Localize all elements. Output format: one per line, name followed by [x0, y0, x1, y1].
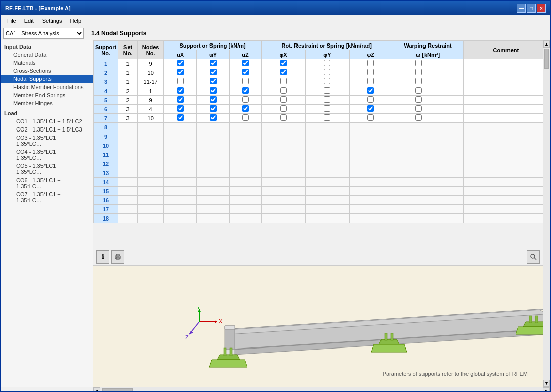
sidebar-load-co5[interactable]: CO5 - 1.35*LC1 + 1.35*LC…: [1, 162, 93, 176]
cell-checkbox[interactable]: [324, 60, 330, 66]
sidebar-item-materials[interactable]: Materials: [1, 59, 93, 67]
cell-checkbox[interactable]: [242, 69, 249, 75]
menu-edit[interactable]: Edit: [20, 17, 38, 25]
table-area[interactable]: SupportNo. SetNo. NodesNo. Support or Sp…: [93, 40, 543, 248]
cell-checkbox[interactable]: [415, 60, 422, 66]
menu-file[interactable]: File: [3, 17, 20, 25]
cell-checkbox[interactable]: [242, 87, 249, 94]
cell-checkbox[interactable]: [280, 96, 287, 103]
cell-checkbox[interactable]: [415, 78, 422, 84]
cell-checkbox[interactable]: [367, 78, 374, 84]
cell-checkbox[interactable]: [210, 60, 217, 66]
cell-checkbox[interactable]: [324, 105, 330, 112]
cell-checkbox[interactable]: [280, 87, 287, 94]
vertical-scrollbar[interactable]: ▲ ▼: [543, 40, 550, 387]
menu-help[interactable]: Help: [66, 17, 86, 25]
cell-checkbox[interactable]: [367, 87, 374, 94]
horizontal-scrollbar[interactable]: ◄ ►: [1, 387, 550, 392]
col-ux-header: uX: [164, 50, 197, 59]
sidebar-load-co1[interactable]: CO1 - 1.35*LC1 + 1.5*LC2: [1, 117, 93, 125]
sidebar-load-co3[interactable]: CO3 - 1.35*LC1 + 1.35*LC…: [1, 134, 93, 148]
close-button[interactable]: ×: [537, 4, 546, 13]
cell-checkbox[interactable]: [177, 87, 184, 94]
cell-checkbox[interactable]: [242, 96, 249, 103]
svg-rect-28: [385, 333, 387, 340]
cell-checkbox[interactable]: [324, 69, 330, 75]
sidebar-load: Load: [1, 109, 93, 117]
scroll-down-button[interactable]: ▼: [543, 380, 550, 387]
cell-checkbox[interactable]: [210, 96, 217, 103]
cell-checkbox[interactable]: [324, 114, 330, 121]
sidebar-item-member-end-springs[interactable]: Member End Springs: [1, 91, 93, 99]
sidebar-input-data: Input Data: [1, 42, 93, 51]
sidebar-load-co2[interactable]: CO2 - 1.35*LC1 + 1.5*LC3: [1, 125, 93, 134]
cell-checkbox[interactable]: [210, 114, 217, 121]
cell-checkbox[interactable]: [177, 105, 184, 112]
cell-checkbox[interactable]: [177, 114, 184, 121]
print-button[interactable]: [111, 250, 124, 264]
scroll-up-button[interactable]: ▲: [543, 40, 550, 48]
toolbar-row: ℹ: [93, 248, 543, 266]
cell-checkbox[interactable]: [324, 96, 330, 103]
sidebar: Input Data General Data Materials Cross-…: [1, 40, 93, 387]
section-header: 1.4 Nodal Supports: [91, 30, 146, 37]
cell-checkbox[interactable]: [280, 78, 287, 84]
cell-checkbox[interactable]: [210, 87, 217, 94]
svg-rect-33: [535, 316, 538, 323]
cell-checkbox[interactable]: [367, 96, 374, 103]
cell-checkbox[interactable]: [324, 87, 330, 94]
cell-checkbox[interactable]: [415, 87, 422, 94]
col-phiz-header: φZ: [349, 50, 392, 59]
cell-checkbox[interactable]: [415, 69, 422, 75]
table-row-empty: 8: [94, 123, 543, 132]
scroll-right-button[interactable]: ►: [543, 387, 550, 392]
col-phix-header: φX: [262, 50, 306, 59]
info-button[interactable]: ℹ: [96, 250, 109, 264]
sidebar-load-co4[interactable]: CO4 - 1.35*LC1 + 1.35*LC…: [1, 148, 93, 162]
cell-checkbox[interactable]: [242, 60, 249, 66]
svg-marker-27: [371, 344, 407, 352]
table-row-empty: 15: [94, 187, 543, 196]
cell-checkbox[interactable]: [415, 96, 422, 103]
cell-checkbox[interactable]: [367, 105, 374, 112]
sidebar-item-nodal-supports[interactable]: Nodal Supports: [1, 75, 93, 83]
cell-checkbox[interactable]: [324, 78, 330, 84]
col-uz-header: uZ: [229, 50, 261, 59]
col-rot-restraint-header: Rot. Restraint or Spring [kNm/rad]: [262, 41, 392, 50]
cell-checkbox[interactable]: [242, 78, 249, 84]
cell-checkbox[interactable]: [415, 114, 422, 121]
svg-rect-29: [391, 333, 393, 340]
cell-checkbox[interactable]: [210, 78, 217, 84]
sidebar-load-co7[interactable]: CO7 - 1.35*LC1 + 1.35*LC…: [1, 190, 93, 204]
cell-checkbox[interactable]: [415, 105, 422, 112]
cell-checkbox[interactable]: [367, 69, 374, 75]
cell-checkbox[interactable]: [367, 114, 374, 121]
cell-checkbox[interactable]: [177, 78, 184, 84]
sidebar-item-member-hinges[interactable]: Member Hinges: [1, 99, 93, 107]
cell-checkbox[interactable]: [177, 60, 184, 66]
cell-checkbox[interactable]: [280, 105, 287, 112]
cell-checkbox[interactable]: [242, 105, 249, 112]
title-bar: RF-FE-LTB - [Example A] — □ ×: [1, 1, 550, 15]
minimize-button[interactable]: —: [517, 4, 526, 13]
scroll-left-button[interactable]: ◄: [93, 387, 100, 392]
sidebar-load-co6[interactable]: CO6 - 1.35*LC1 + 1.35*LC…: [1, 176, 93, 190]
sidebar-item-elastic-foundations[interactable]: Elastic Member Foundations: [1, 83, 93, 91]
cell-checkbox[interactable]: [242, 114, 249, 121]
cell-checkbox[interactable]: [280, 114, 287, 121]
menu-settings[interactable]: Settings: [38, 17, 66, 25]
cell-checkbox[interactable]: [177, 69, 184, 75]
cell-checkbox[interactable]: [280, 60, 287, 66]
table-row: 421: [94, 86, 543, 96]
search-button[interactable]: [527, 250, 540, 264]
maximize-button[interactable]: □: [527, 4, 536, 13]
cell-checkbox[interactable]: [177, 96, 184, 103]
cell-checkbox[interactable]: [210, 105, 217, 112]
cell-checkbox[interactable]: [367, 60, 374, 66]
cell-checkbox[interactable]: [210, 69, 217, 75]
cell-checkbox[interactable]: [280, 69, 287, 75]
sidebar-item-cross-sections[interactable]: Cross-Sections: [1, 67, 93, 75]
ca-select[interactable]: CA1 - Stress Analysis: [3, 28, 84, 39]
col-phiy-header: φY: [305, 50, 349, 59]
sidebar-item-general-data[interactable]: General Data: [1, 51, 93, 59]
